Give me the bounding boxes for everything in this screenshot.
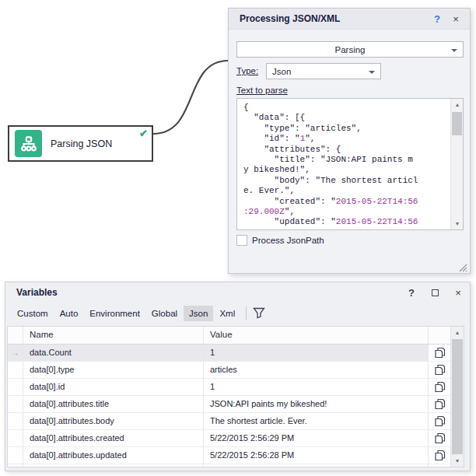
tab-json[interactable]: Json xyxy=(184,306,213,321)
type-select[interactable]: Json xyxy=(266,63,381,79)
table-row[interactable]: data[0].typearticles xyxy=(8,362,450,379)
action-select[interactable]: Parsing xyxy=(236,41,464,58)
row-gutter xyxy=(8,362,23,378)
variable-name: data[0].id xyxy=(23,379,204,395)
copy-icon[interactable] xyxy=(429,396,450,412)
scrollbar-thumb[interactable] xyxy=(452,112,462,135)
success-check-icon: ✔ xyxy=(139,128,148,139)
maximize-icon[interactable] xyxy=(423,289,446,296)
tab-xml[interactable]: Xml xyxy=(214,306,240,321)
resize-grip-icon[interactable] xyxy=(458,261,467,271)
table-row[interactable]: →data.Count1 xyxy=(8,345,450,362)
sitemap-icon xyxy=(15,130,42,157)
text-to-parse-input[interactable]: { "data": [{ "type": "articles", "id": "… xyxy=(236,98,464,230)
variable-value: 5/22/2015 2:56:29 PM xyxy=(204,430,429,446)
action-node-parsing-json[interactable]: Parsing JSON ✔ xyxy=(8,125,153,162)
tabs-divider xyxy=(246,306,247,320)
code-line: { xyxy=(243,103,448,113)
text-to-parse-label[interactable]: Text to parse xyxy=(236,86,288,95)
variable-name: data[0].attributes.created xyxy=(23,430,204,446)
code-line: "updated": "2015-05-22T14:56 xyxy=(243,217,448,227)
chevron-down-icon xyxy=(369,71,375,74)
scroll-down-icon[interactable]: ▼ xyxy=(451,218,464,229)
action-select-value: Parsing xyxy=(335,45,366,54)
variable-value: The shortest article. Ever. xyxy=(204,413,429,429)
copy-icon[interactable] xyxy=(429,362,450,378)
copy-icon[interactable] xyxy=(429,345,450,361)
table-row[interactable]: data[0].relationships.author.data.id42 xyxy=(8,464,450,467)
variable-value: 1 xyxy=(204,379,429,395)
row-gutter xyxy=(8,379,23,395)
variable-name: data[0].attributes.updated xyxy=(23,447,204,464)
row-gutter xyxy=(8,396,23,412)
code-line: :29.000Z", xyxy=(243,207,448,217)
name-column-header[interactable]: Name xyxy=(23,327,204,344)
code-line: "id": "1", xyxy=(243,134,448,144)
row-gutter xyxy=(8,413,23,429)
code-line: "data": [{ xyxy=(243,113,448,123)
row-gutter xyxy=(8,430,23,446)
variables-tabs: CustomAutoEnvironmentGlobalJsonXml xyxy=(12,303,265,323)
chevron-down-icon xyxy=(451,49,457,52)
filter-icon[interactable] xyxy=(253,307,265,319)
help-icon[interactable]: ? xyxy=(428,13,446,25)
table-row[interactable]: data[0].id1 xyxy=(8,379,450,396)
code-line: e. Ever.", xyxy=(243,186,448,196)
scrollbar-thumb[interactable] xyxy=(452,339,463,454)
variable-value: 5/22/2015 2:56:28 PM xyxy=(204,447,429,464)
processing-json-xml-dialog: Processing JSON/XML ? × Parsing Type: Js… xyxy=(228,8,471,274)
copy-icon[interactable] xyxy=(429,413,450,429)
copy-icon[interactable] xyxy=(429,430,450,446)
code-line: "body": "The shortest articl xyxy=(243,176,448,186)
tab-auto[interactable]: Auto xyxy=(54,306,84,321)
variables-table: Name Value →data.Count1 data[0].typearti… xyxy=(7,326,464,467)
variables-title: Variables xyxy=(16,287,400,298)
dialog-titlebar[interactable]: Processing JSON/XML ? × xyxy=(229,9,470,30)
variable-name: data.Count xyxy=(23,345,204,361)
variables-panel: Variables ? × CustomAutoEnvironmentGloba… xyxy=(5,282,471,471)
tab-global[interactable]: Global xyxy=(146,306,183,321)
close-icon[interactable]: × xyxy=(446,13,465,25)
node-label: Parsing JSON xyxy=(51,138,112,149)
code-scrollbar[interactable]: ▲ ▼ xyxy=(450,99,463,229)
table-header: Name Value xyxy=(8,327,450,345)
variable-value: articles xyxy=(204,362,429,378)
copy-icon[interactable] xyxy=(429,447,450,464)
jsonpath-checkbox-label: Process JsonPath xyxy=(252,236,324,245)
value-column-header[interactable]: Value xyxy=(204,327,429,344)
type-select-value: Json xyxy=(272,67,291,76)
row-gutter xyxy=(8,464,23,467)
copy-icon[interactable] xyxy=(429,379,450,395)
jsonpath-checkbox[interactable] xyxy=(236,235,247,246)
tab-custom[interactable]: Custom xyxy=(12,306,54,321)
variable-value: JSON:API paints my bikeshed! xyxy=(204,396,429,412)
table-row[interactable]: data[0].attributes.updated5/22/2015 2:56… xyxy=(8,447,450,464)
gutter-column-header xyxy=(8,327,23,344)
tab-environment[interactable]: Environment xyxy=(84,306,145,321)
variable-name: data[0].relationships.author.data.id xyxy=(23,464,204,467)
workflow-canvas: Parsing JSON ✔ Processing JSON/XML ? × P… xyxy=(0,0,476,476)
variable-value: 1 xyxy=(204,345,429,361)
table-row[interactable]: data[0].attributes.created5/22/2015 2:56… xyxy=(8,430,450,447)
code-line: y bikeshed!", xyxy=(243,165,448,175)
type-label[interactable]: Type: xyxy=(236,66,258,75)
table-scrollbar[interactable]: ▲ ▼ xyxy=(450,327,464,467)
copy-column-header xyxy=(429,327,450,344)
table-row[interactable]: data[0].attributes.titleJSON:API paints … xyxy=(8,396,450,413)
help-icon[interactable]: ? xyxy=(400,287,423,299)
variable-name: data[0].type xyxy=(23,362,204,378)
process-jsonpath-row: Process JsonPath xyxy=(236,235,324,246)
scroll-down-icon[interactable]: ▼ xyxy=(451,455,464,467)
scroll-up-icon[interactable]: ▲ xyxy=(451,327,464,338)
scroll-up-icon[interactable]: ▲ xyxy=(451,99,464,110)
copy-icon[interactable] xyxy=(429,464,450,467)
code-line: "title": "JSON:API paints m xyxy=(243,155,448,165)
code-line: "type": "articles", xyxy=(243,124,448,134)
code-line: "attributes": { xyxy=(243,145,448,155)
variable-name: data[0].attributes.body xyxy=(23,413,204,429)
variable-name: data[0].attributes.title xyxy=(23,396,204,412)
json-source-text[interactable]: { "data": [{ "type": "articles", "id": "… xyxy=(237,99,450,229)
variables-titlebar[interactable]: Variables ? × xyxy=(5,282,470,303)
table-row[interactable]: data[0].attributes.bodyThe shortest arti… xyxy=(8,413,450,430)
close-icon[interactable]: × xyxy=(446,287,470,299)
